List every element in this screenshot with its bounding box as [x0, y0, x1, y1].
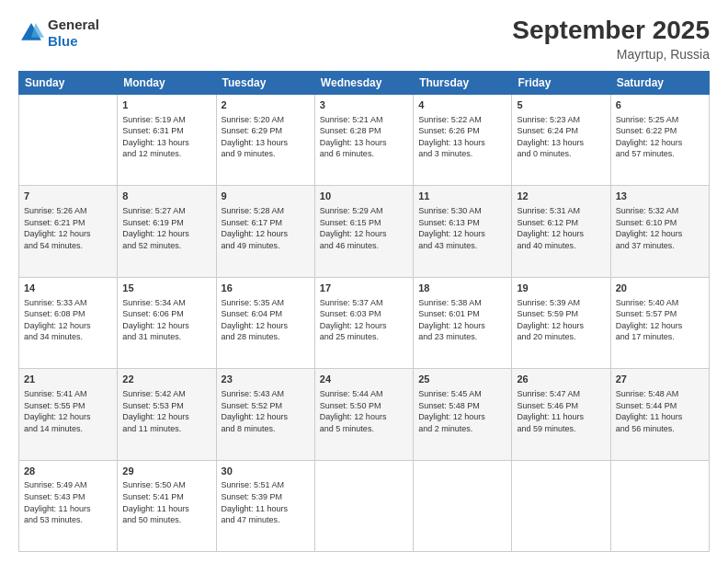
header: General Blue September 2025 Mayrtup, Rus…: [18, 17, 710, 62]
calendar-table: SundayMondayTuesdayWednesdayThursdayFrid…: [18, 71, 710, 552]
page: General Blue September 2025 Mayrtup, Rus…: [0, 0, 728, 563]
day-number: 29: [122, 465, 210, 478]
calendar-cell: [414, 460, 512, 551]
calendar-cell: 7Sunrise: 5:26 AM Sunset: 6:21 PM Daylig…: [19, 186, 118, 277]
day-info: Sunrise: 5:49 AM Sunset: 5:43 PM Dayligh…: [24, 479, 112, 525]
day-info: Sunrise: 5:22 AM Sunset: 6:26 PM Dayligh…: [418, 114, 506, 160]
day-number: 10: [320, 190, 408, 203]
calendar-cell: 22Sunrise: 5:42 AM Sunset: 5:53 PM Dayli…: [118, 369, 216, 460]
day-info: Sunrise: 5:35 AM Sunset: 6:04 PM Dayligh…: [222, 297, 310, 343]
calendar-cell: [19, 94, 118, 185]
calendar-cell: [512, 460, 610, 551]
calendar-cell: 3Sunrise: 5:21 AM Sunset: 6:28 PM Daylig…: [314, 94, 413, 185]
day-info: Sunrise: 5:30 AM Sunset: 6:13 PM Dayligh…: [418, 205, 506, 251]
day-info: Sunrise: 5:39 AM Sunset: 5:59 PM Dayligh…: [517, 297, 605, 343]
calendar-cell: 1Sunrise: 5:19 AM Sunset: 6:31 PM Daylig…: [118, 94, 216, 185]
day-number: 13: [616, 190, 704, 203]
calendar-cell: 8Sunrise: 5:27 AM Sunset: 6:19 PM Daylig…: [118, 186, 216, 277]
day-number: 28: [24, 465, 112, 478]
calendar-cell: 19Sunrise: 5:39 AM Sunset: 5:59 PM Dayli…: [512, 277, 610, 368]
logo-general: General: [48, 17, 99, 32]
title-block: September 2025 Mayrtup, Russia: [512, 17, 710, 62]
col-header-tuesday: Tuesday: [216, 71, 314, 94]
calendar-cell: 14Sunrise: 5:33 AM Sunset: 6:08 PM Dayli…: [19, 277, 118, 368]
col-header-friday: Friday: [512, 71, 610, 94]
day-number: 14: [24, 282, 112, 295]
calendar-cell: 17Sunrise: 5:37 AM Sunset: 6:03 PM Dayli…: [314, 277, 413, 368]
day-number: 1: [122, 98, 210, 112]
calendar-cell: 13Sunrise: 5:32 AM Sunset: 6:10 PM Dayli…: [610, 186, 709, 277]
calendar-cell: 10Sunrise: 5:29 AM Sunset: 6:15 PM Dayli…: [314, 186, 413, 277]
day-number: 18: [418, 282, 506, 295]
calendar-header-row: SundayMondayTuesdayWednesdayThursdayFrid…: [19, 71, 710, 94]
calendar-cell: 9Sunrise: 5:28 AM Sunset: 6:17 PM Daylig…: [216, 186, 314, 277]
day-number: 15: [122, 282, 210, 295]
logo-text: General Blue: [48, 17, 99, 50]
day-info: Sunrise: 5:43 AM Sunset: 5:52 PM Dayligh…: [222, 388, 310, 434]
day-info: Sunrise: 5:25 AM Sunset: 6:22 PM Dayligh…: [616, 114, 704, 160]
day-info: Sunrise: 5:31 AM Sunset: 6:12 PM Dayligh…: [517, 205, 605, 251]
calendar-cell: [610, 460, 709, 551]
day-number: 9: [222, 190, 310, 203]
calendar-cell: 29Sunrise: 5:50 AM Sunset: 5:41 PM Dayli…: [118, 460, 216, 551]
day-info: Sunrise: 5:33 AM Sunset: 6:08 PM Dayligh…: [24, 297, 112, 343]
day-number: 21: [24, 373, 112, 386]
day-number: 17: [320, 282, 408, 295]
day-info: Sunrise: 5:50 AM Sunset: 5:41 PM Dayligh…: [122, 479, 210, 525]
day-info: Sunrise: 5:38 AM Sunset: 6:01 PM Dayligh…: [418, 297, 506, 343]
calendar-cell: 11Sunrise: 5:30 AM Sunset: 6:13 PM Dayli…: [414, 186, 512, 277]
calendar-cell: 4Sunrise: 5:22 AM Sunset: 6:26 PM Daylig…: [414, 94, 512, 185]
day-info: Sunrise: 5:42 AM Sunset: 5:53 PM Dayligh…: [122, 388, 210, 434]
day-number: 25: [418, 373, 506, 386]
calendar-cell: 28Sunrise: 5:49 AM Sunset: 5:43 PM Dayli…: [19, 460, 118, 551]
day-info: Sunrise: 5:23 AM Sunset: 6:24 PM Dayligh…: [517, 114, 605, 160]
location: Mayrtup, Russia: [512, 47, 710, 62]
day-number: 23: [222, 373, 310, 386]
day-info: Sunrise: 5:41 AM Sunset: 5:55 PM Dayligh…: [24, 388, 112, 434]
day-info: Sunrise: 5:27 AM Sunset: 6:19 PM Dayligh…: [122, 205, 210, 251]
day-info: Sunrise: 5:26 AM Sunset: 6:21 PM Dayligh…: [24, 205, 112, 251]
calendar-cell: 27Sunrise: 5:48 AM Sunset: 5:44 PM Dayli…: [610, 369, 709, 460]
day-number: 6: [616, 98, 704, 112]
day-number: 4: [418, 98, 506, 112]
day-number: 2: [222, 98, 310, 112]
calendar-week-row: 21Sunrise: 5:41 AM Sunset: 5:55 PM Dayli…: [19, 369, 710, 460]
calendar-cell: 26Sunrise: 5:47 AM Sunset: 5:46 PM Dayli…: [512, 369, 610, 460]
col-header-sunday: Sunday: [19, 71, 118, 94]
calendar-week-row: 7Sunrise: 5:26 AM Sunset: 6:21 PM Daylig…: [19, 186, 710, 277]
day-number: 26: [517, 373, 605, 386]
day-number: 8: [122, 190, 210, 203]
calendar-cell: 16Sunrise: 5:35 AM Sunset: 6:04 PM Dayli…: [216, 277, 314, 368]
col-header-thursday: Thursday: [414, 71, 512, 94]
day-number: 5: [517, 98, 605, 112]
day-info: Sunrise: 5:48 AM Sunset: 5:44 PM Dayligh…: [616, 388, 704, 434]
day-number: 12: [517, 190, 605, 203]
logo-icon: [18, 20, 44, 46]
day-info: Sunrise: 5:19 AM Sunset: 6:31 PM Dayligh…: [122, 114, 210, 160]
calendar-cell: 25Sunrise: 5:45 AM Sunset: 5:48 PM Dayli…: [414, 369, 512, 460]
calendar-week-row: 1Sunrise: 5:19 AM Sunset: 6:31 PM Daylig…: [19, 94, 710, 185]
day-info: Sunrise: 5:29 AM Sunset: 6:15 PM Dayligh…: [320, 205, 408, 251]
logo-blue: Blue: [48, 33, 78, 49]
day-info: Sunrise: 5:32 AM Sunset: 6:10 PM Dayligh…: [616, 205, 704, 251]
calendar-cell: 12Sunrise: 5:31 AM Sunset: 6:12 PM Dayli…: [512, 186, 610, 277]
calendar-cell: 30Sunrise: 5:51 AM Sunset: 5:39 PM Dayli…: [216, 460, 314, 551]
col-header-saturday: Saturday: [610, 71, 709, 94]
calendar-cell: 20Sunrise: 5:40 AM Sunset: 5:57 PM Dayli…: [610, 277, 709, 368]
day-info: Sunrise: 5:40 AM Sunset: 5:57 PM Dayligh…: [616, 297, 704, 343]
calendar-cell: 6Sunrise: 5:25 AM Sunset: 6:22 PM Daylig…: [610, 94, 709, 185]
calendar-cell: 24Sunrise: 5:44 AM Sunset: 5:50 PM Dayli…: [314, 369, 413, 460]
day-info: Sunrise: 5:51 AM Sunset: 5:39 PM Dayligh…: [222, 479, 310, 525]
calendar-week-row: 28Sunrise: 5:49 AM Sunset: 5:43 PM Dayli…: [19, 460, 710, 551]
calendar-cell: 23Sunrise: 5:43 AM Sunset: 5:52 PM Dayli…: [216, 369, 314, 460]
day-number: 24: [320, 373, 408, 386]
day-info: Sunrise: 5:37 AM Sunset: 6:03 PM Dayligh…: [320, 297, 408, 343]
calendar-cell: 21Sunrise: 5:41 AM Sunset: 5:55 PM Dayli…: [19, 369, 118, 460]
day-info: Sunrise: 5:44 AM Sunset: 5:50 PM Dayligh…: [320, 388, 408, 434]
day-info: Sunrise: 5:34 AM Sunset: 6:06 PM Dayligh…: [122, 297, 210, 343]
day-number: 19: [517, 282, 605, 295]
col-header-monday: Monday: [118, 71, 216, 94]
calendar-cell: 2Sunrise: 5:20 AM Sunset: 6:29 PM Daylig…: [216, 94, 314, 185]
day-number: 20: [616, 282, 704, 295]
day-info: Sunrise: 5:21 AM Sunset: 6:28 PM Dayligh…: [320, 114, 408, 160]
